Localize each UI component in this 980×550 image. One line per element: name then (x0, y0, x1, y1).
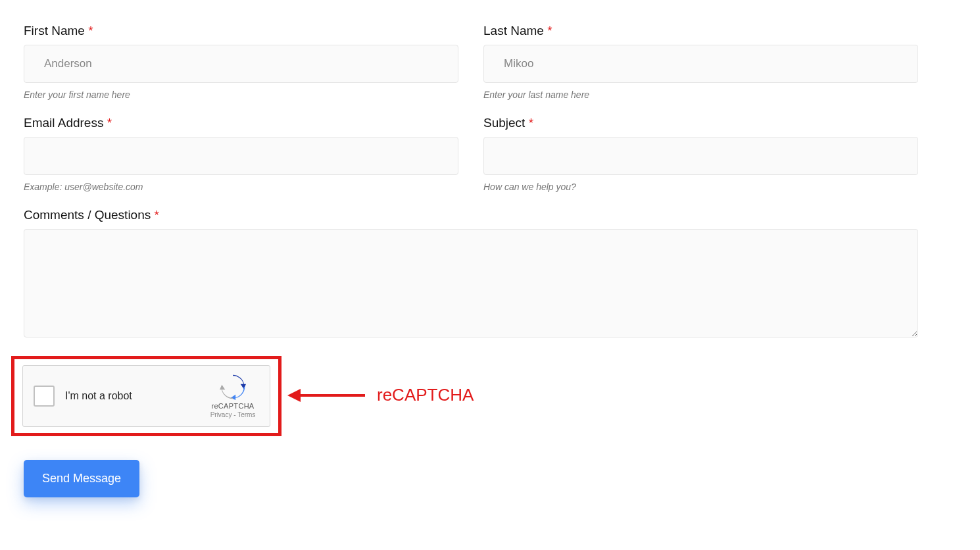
comments-label-text: Comments / Questions (24, 208, 151, 222)
required-asterisk: * (107, 116, 112, 130)
recaptcha-icon (220, 374, 246, 400)
recaptcha-widget: I'm not a robot reCAPTCHA Privacy - Term… (22, 365, 270, 427)
email-label-text: Email Address (24, 116, 103, 130)
last-name-input[interactable] (483, 45, 918, 83)
arrow-line (299, 394, 365, 397)
recaptcha-privacy-link[interactable]: Privacy (210, 411, 232, 418)
form-row-contact: Email Address * Example: user@website.co… (24, 116, 918, 192)
recaptcha-checkbox[interactable] (34, 386, 55, 407)
email-label: Email Address * (24, 116, 458, 130)
first-name-label: First Name * (24, 24, 458, 38)
field-email: Email Address * Example: user@website.co… (24, 116, 458, 192)
recaptcha-brand-text: reCAPTCHA (211, 402, 254, 410)
recaptcha-links: Privacy - Terms (210, 411, 256, 418)
field-last-name: Last Name * Enter your last name here (483, 24, 918, 100)
last-name-help: Enter your last name here (483, 89, 918, 100)
first-name-help: Enter your first name here (24, 89, 458, 100)
recaptcha-branding: reCAPTCHA Privacy - Terms (207, 374, 259, 418)
first-name-label-text: First Name (24, 24, 85, 38)
first-name-input[interactable] (24, 45, 458, 83)
recaptcha-area: I'm not a robot reCAPTCHA Privacy - Term… (11, 356, 282, 436)
comments-textarea[interactable] (24, 229, 918, 338)
recaptcha-label: I'm not a robot (65, 390, 207, 402)
email-input[interactable] (24, 137, 458, 175)
recaptcha-highlight-box: I'm not a robot reCAPTCHA Privacy - Term… (11, 356, 282, 436)
required-asterisk: * (529, 116, 533, 130)
field-first-name: First Name * Enter your first name here (24, 24, 458, 100)
subject-help: How can we help you? (483, 182, 918, 192)
field-subject: Subject * How can we help you? (483, 116, 918, 192)
required-asterisk: * (88, 24, 93, 38)
subject-input[interactable] (483, 137, 918, 175)
last-name-label: Last Name * (483, 24, 918, 38)
last-name-label-text: Last Name (483, 24, 544, 38)
subject-label-text: Subject (483, 116, 525, 130)
arrow-head-icon (287, 389, 301, 402)
form-row-comments: Comments / Questions * (24, 208, 918, 340)
field-comments: Comments / Questions * (24, 208, 918, 340)
subject-label: Subject * (483, 116, 918, 130)
contact-form: First Name * Enter your first name here … (24, 24, 918, 497)
annotation-arrow: reCAPTCHA (299, 385, 474, 405)
form-row-name: First Name * Enter your first name here … (24, 24, 918, 100)
annotation-text: reCAPTCHA (377, 385, 474, 405)
email-help: Example: user@website.com (24, 182, 458, 192)
required-asterisk: * (155, 208, 159, 222)
comments-label: Comments / Questions * (24, 208, 918, 222)
required-asterisk: * (547, 24, 552, 38)
send-message-button[interactable]: Send Message (24, 460, 139, 497)
recaptcha-terms-link[interactable]: Terms (237, 411, 255, 418)
recaptcha-separator: - (232, 411, 237, 418)
